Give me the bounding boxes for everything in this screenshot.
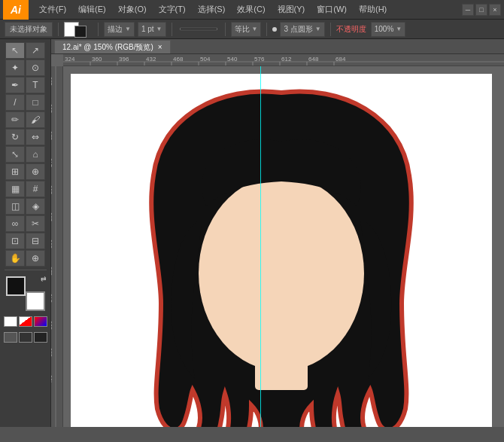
svg-text:468: 468 <box>173 56 184 62</box>
svg-text:300: 300 <box>51 239 53 248</box>
tool-row-10: ◫ ◈ <box>5 198 45 215</box>
scissor-tool[interactable]: ✂ <box>26 215 45 232</box>
brush-dropdown[interactable]: 3 点圆形 ▼ <box>280 22 324 37</box>
svg-text:340: 340 <box>51 294 53 303</box>
ruler-top: 324 360 396 432 468 504 540 576 612 648 <box>63 54 504 66</box>
graph-tool[interactable]: ▦ <box>5 181 25 197</box>
color-mode-normal[interactable] <box>4 316 17 327</box>
paintbrush-tool[interactable]: 🖌 <box>26 111 45 128</box>
svg-text:432: 432 <box>146 56 156 62</box>
guide-line <box>260 66 261 427</box>
toolbox: ↖ ↗ ✦ ⊙ ✒ T / □ ✏ 🖌 ↻ ⇔ ⤡ ⌂ ⊞ ⊕ <box>0 39 51 427</box>
eyedropper-tool[interactable]: ◈ <box>26 198 45 215</box>
background-color-box[interactable] <box>26 291 45 311</box>
stroke-dropdown[interactable]: 描边 ▼ <box>104 22 135 37</box>
menu-file[interactable]: 文件(F) <box>33 0 72 20</box>
svg-text:200: 200 <box>51 104 53 113</box>
rotate-tool[interactable]: ↻ <box>5 129 25 145</box>
screen-fullscreen[interactable] <box>19 332 32 343</box>
foreground-color-box[interactable] <box>6 276 26 296</box>
menu-select[interactable]: 选择(S) <box>192 0 232 20</box>
menu-text[interactable]: 文字(T) <box>153 0 192 20</box>
menu-edit[interactable]: 编辑(E) <box>72 0 112 20</box>
svg-text:320: 320 <box>51 267 53 276</box>
neck-shape <box>255 360 308 390</box>
scale-dropdown[interactable]: 等比 ▼ <box>231 22 262 37</box>
screen-fullscreen-nomenu[interactable] <box>34 332 47 343</box>
swap-colors-button[interactable]: ⇄ <box>41 275 47 282</box>
screen-mode-icons <box>0 331 51 344</box>
warp-tool[interactable]: ⌂ <box>26 146 45 163</box>
slice-tool[interactable]: ⊟ <box>26 233 45 249</box>
fill-area[interactable] <box>64 22 93 37</box>
tool-row-12: ⊡ ⊟ <box>5 233 45 249</box>
tool-row-5: ✏ 🖌 <box>5 111 45 128</box>
svg-text:260: 260 <box>51 185 53 194</box>
gradient-tool[interactable]: ◫ <box>5 198 25 215</box>
tool-row-9: ▦ # <box>5 181 45 197</box>
menu-view[interactable]: 视图(Y) <box>272 0 311 20</box>
control-toolbar: 未选择对象 描边 ▼ 1 pt ▼ 等比 ▼ 3 点圆形 ▼ 不透明度 100%… <box>0 20 504 39</box>
opacity-dropdown[interactable]: 100% ▼ <box>371 22 406 37</box>
color-mode-gradient[interactable] <box>19 316 32 327</box>
blend-tool[interactable]: ∞ <box>5 215 25 232</box>
color-mode-none[interactable] <box>34 316 47 327</box>
mesh-tool[interactable]: # <box>26 181 45 197</box>
tab-close[interactable]: × <box>158 43 162 51</box>
hand-tool[interactable]: ✋ <box>5 250 25 267</box>
artboard-tool[interactable]: ⊡ <box>5 233 25 249</box>
tool-row-4: / □ <box>5 94 45 111</box>
color-controls: ⇄ <box>5 275 47 312</box>
maximize-button[interactable]: □ <box>475 4 487 16</box>
tool-row-11: ∞ ✂ <box>5 215 45 232</box>
screen-normal[interactable] <box>4 332 17 343</box>
face-shape <box>199 175 364 371</box>
tool-row-3: ✒ T <box>5 77 45 93</box>
toolbar-sep-4 <box>225 23 226 36</box>
document-tab[interactable]: 12.ai* @ 150% (RGB/预览) × <box>54 40 171 53</box>
ruler-top-svg: 324 360 396 432 468 504 540 576 612 648 <box>63 54 504 66</box>
menu-help[interactable]: 帮助(H) <box>353 0 393 20</box>
mirror-tool[interactable]: ⇔ <box>26 129 45 145</box>
free-transform-tool[interactable]: ⊞ <box>5 163 25 180</box>
direct-select-tool[interactable]: ↗ <box>26 42 45 59</box>
tool-row-8: ⊞ ⊕ <box>5 163 45 180</box>
tool-row-13: ✋ ⊕ <box>5 250 45 267</box>
svg-text:648: 648 <box>308 56 319 62</box>
app-logo: Ai <box>3 0 29 20</box>
canvas-content[interactable] <box>63 66 504 427</box>
stroke-size-dropdown[interactable]: 1 pt ▼ <box>138 22 166 37</box>
svg-text:240: 240 <box>51 158 53 167</box>
brush-preview <box>272 27 277 32</box>
svg-text:180: 180 <box>51 77 53 86</box>
stroke-swatch[interactable] <box>74 26 87 38</box>
menu-object[interactable]: 对象(O) <box>112 0 153 20</box>
magic-wand-tool[interactable]: ✦ <box>5 59 25 76</box>
text-tool[interactable]: T <box>26 77 45 93</box>
ruler-left-svg: 180 200 220 240 260 280 300 320 340 360 … <box>51 66 63 427</box>
canvas-area[interactable]: 12.ai* @ 150% (RGB/预览) × 324 360 396 432… <box>51 39 504 427</box>
opacity-label-colored: 不透明度 <box>336 24 366 35</box>
scale-tool[interactable]: ⤡ <box>5 146 25 163</box>
tool-row-1: ↖ ↗ <box>5 42 45 59</box>
close-button[interactable]: × <box>489 4 501 16</box>
select-tool[interactable]: ↖ <box>5 42 25 59</box>
toolbar-sep-2 <box>98 23 99 36</box>
svg-text:324: 324 <box>65 56 75 62</box>
svg-text:380: 380 <box>51 348 53 357</box>
pen-tool[interactable]: ✒ <box>5 77 25 93</box>
lasso-tool[interactable]: ⊙ <box>26 59 45 76</box>
pencil-tool[interactable]: ✏ <box>5 111 25 128</box>
svg-text:280: 280 <box>51 212 53 221</box>
symbol-tool[interactable]: ⊕ <box>26 163 45 180</box>
minimize-button[interactable]: ─ <box>462 4 474 16</box>
svg-text:220: 220 <box>51 131 53 140</box>
character-svg <box>101 70 462 427</box>
menu-window[interactable]: 窗口(W) <box>311 0 353 20</box>
menu-effect[interactable]: 效果(C) <box>231 0 271 20</box>
toolbar-sep-5 <box>266 23 267 36</box>
rect-tool[interactable]: □ <box>26 94 45 111</box>
line-tool[interactable]: / <box>5 94 25 111</box>
selection-label: 未选择对象 <box>5 22 53 37</box>
zoom-tool[interactable]: ⊕ <box>26 250 45 267</box>
